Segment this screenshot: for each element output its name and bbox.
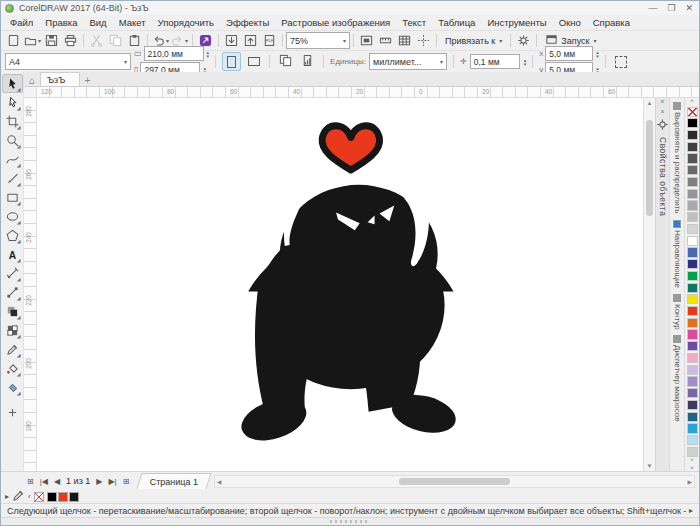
- vertical-scrollbar[interactable]: ▲ ▼: [643, 98, 655, 471]
- drawing-canvas[interactable]: [37, 98, 643, 471]
- color-swatch[interactable]: [687, 236, 698, 246]
- add-page-end[interactable]: ⊞: [121, 476, 132, 487]
- docker-tab-3[interactable]: Контур: [673, 294, 682, 330]
- duplicate-x-field[interactable]: 5,0 мм: [545, 46, 593, 61]
- color-swatch[interactable]: [687, 400, 698, 410]
- color-swatch[interactable]: [687, 412, 698, 422]
- menu-1[interactable]: Файл: [4, 16, 39, 29]
- no-color-swatch[interactable]: [687, 107, 698, 117]
- page-width-field[interactable]: 210,0 мм: [144, 46, 204, 61]
- color-swatch[interactable]: [687, 259, 698, 269]
- horizontal-scrollbar[interactable]: ◀ ▶: [214, 475, 695, 488]
- palette-scroll-down-icon[interactable]: ˅: [690, 457, 694, 464]
- horizontal-ruler[interactable]: 120100806040200204060: [37, 87, 699, 98]
- minimize-button[interactable]: —: [648, 3, 657, 13]
- pdf-button[interactable]: PDF: [260, 31, 279, 50]
- new-document-tab-button[interactable]: +: [80, 75, 94, 86]
- document-palette-flyout-icon[interactable]: ▸: [5, 492, 9, 501]
- save-button[interactable]: [42, 31, 61, 50]
- import-button[interactable]: [222, 31, 241, 50]
- color-swatch[interactable]: [687, 353, 698, 363]
- document-palette-scroll-icon[interactable]: ‹: [28, 492, 31, 501]
- document-color-swatch[interactable]: [69, 492, 79, 502]
- document-tab[interactable]: ЪзЪ: [40, 72, 80, 86]
- color-swatch[interactable]: [687, 341, 698, 351]
- color-swatch[interactable]: [687, 189, 698, 199]
- color-swatch[interactable]: [687, 388, 698, 398]
- menu-6[interactable]: Эффекты: [220, 16, 275, 29]
- docker-collapse-icon[interactable]: «: [661, 98, 665, 108]
- close-button[interactable]: ✕: [685, 3, 693, 13]
- prev-page[interactable]: ◀: [52, 476, 62, 487]
- page-tab[interactable]: Страница 1: [137, 473, 212, 489]
- dimension-tool[interactable]: ◢: [2, 264, 23, 283]
- interactive-fill-tool[interactable]: ◢: [2, 359, 23, 378]
- new-document-button[interactable]: [4, 31, 23, 50]
- current-page-button[interactable]: [298, 52, 317, 71]
- color-swatch[interactable]: [687, 423, 698, 433]
- vertical-scroll-thumb[interactable]: [646, 120, 653, 216]
- rulers-button[interactable]: [376, 31, 395, 50]
- color-swatch[interactable]: [687, 435, 698, 445]
- crop-tool[interactable]: ◢: [2, 112, 23, 131]
- scroll-left-icon[interactable]: ◀: [215, 478, 224, 485]
- gear-button[interactable]: [514, 31, 533, 50]
- text-tool[interactable]: A◢: [2, 245, 23, 264]
- color-swatch[interactable]: [687, 318, 698, 328]
- color-swatch[interactable]: [687, 212, 698, 222]
- color-swatch[interactable]: [687, 153, 698, 163]
- duplicate-x-spinner[interactable]: ▴▾: [596, 50, 599, 58]
- copy-button[interactable]: [106, 31, 125, 50]
- landscape-button[interactable]: [244, 52, 263, 71]
- page-width-spinner[interactable]: ▴▾: [207, 50, 210, 58]
- eyedropper-icon[interactable]: [12, 489, 25, 504]
- docker-tab-4[interactable]: Диспетчер макросов: [673, 335, 682, 422]
- color-swatch[interactable]: [687, 247, 698, 257]
- horizontal-scroll-thumb[interactable]: [399, 478, 510, 485]
- color-swatch[interactable]: [687, 142, 698, 152]
- palette-scroll-up-icon[interactable]: ˄: [690, 98, 694, 105]
- toolbox-plus[interactable]: [2, 403, 23, 422]
- scroll-right-icon[interactable]: ▶: [685, 478, 694, 485]
- color-swatch[interactable]: [687, 294, 698, 304]
- color-swatch[interactable]: [687, 283, 698, 293]
- vertical-ruler[interactable]: 280260240220200180: [24, 98, 37, 471]
- guides-button[interactable]: [414, 31, 433, 50]
- color-swatch[interactable]: [687, 365, 698, 375]
- all-pages-button[interactable]: [276, 52, 295, 71]
- page-preset-combo[interactable]: A4▾: [5, 53, 131, 70]
- open-button[interactable]: ▾: [23, 31, 42, 50]
- color-swatch[interactable]: [687, 376, 698, 386]
- status-flyout-icon[interactable]: ▸: [689, 506, 693, 515]
- fullscreen-button[interactable]: [357, 31, 376, 50]
- menu-10[interactable]: Инструменты: [481, 16, 552, 29]
- palette-flyout-icon[interactable]: »: [690, 464, 693, 471]
- menu-2[interactable]: Правка: [39, 16, 83, 29]
- nudge-field[interactable]: 0,1 мм: [470, 54, 520, 69]
- freehand-tool[interactable]: ◢: [2, 150, 23, 169]
- restore-button[interactable]: ❐: [667, 3, 675, 13]
- color-swatch[interactable]: [687, 200, 698, 210]
- zoom-tool[interactable]: ◢: [2, 131, 23, 150]
- grid-button[interactable]: [395, 31, 414, 50]
- treat-as-filled-button[interactable]: [612, 52, 631, 71]
- document-color-swatch[interactable]: [47, 492, 57, 502]
- heart-hands-cat-figure[interactable]: [37, 98, 643, 471]
- export-button[interactable]: [241, 31, 260, 50]
- zoom-level-combo[interactable]: 75%▾: [286, 32, 350, 49]
- smart-fill-tool[interactable]: ◢: [2, 378, 23, 397]
- rectangle-tool[interactable]: ◢: [2, 188, 23, 207]
- menu-11[interactable]: Окно: [553, 16, 587, 29]
- menu-5[interactable]: Упорядочить: [152, 16, 221, 29]
- document-color-swatch[interactable]: [58, 492, 68, 502]
- scroll-down-icon[interactable]: ▼: [647, 461, 653, 471]
- first-page[interactable]: |◀: [38, 476, 50, 487]
- shadow-tool[interactable]: ◢: [2, 302, 23, 321]
- color-swatch[interactable]: [687, 271, 698, 281]
- units-combo[interactable]: миллимет...▾: [369, 53, 447, 70]
- next-page[interactable]: ▶: [94, 476, 104, 487]
- connector-tool[interactable]: ◢: [2, 283, 23, 302]
- snap-to-button[interactable]: Привязать к▾: [440, 31, 507, 50]
- color-swatch[interactable]: [687, 118, 698, 128]
- color-swatch[interactable]: [687, 306, 698, 316]
